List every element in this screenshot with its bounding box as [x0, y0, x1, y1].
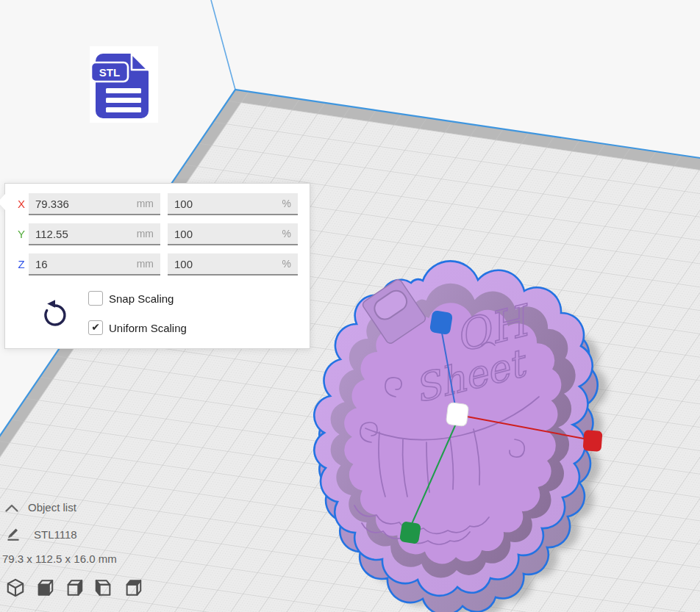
stl-file-icon: STL [90, 46, 158, 123]
chevron-up-icon [7, 505, 18, 511]
cube-front-icon [39, 580, 53, 595]
scale-tool-panel: X 79.336 mm 100 % Y 112.55 mm 100 % Z 16… [4, 183, 310, 349]
view-front-button[interactable] [35, 577, 54, 597]
scale-y-mm-value: 112.55 [35, 228, 68, 240]
scale-z-mm-unit: mm [137, 258, 154, 270]
object-list-item[interactable]: STL1118 [34, 528, 77, 541]
view-3d-button[interactable] [6, 577, 25, 597]
scale-y-percent-unit: % [282, 228, 291, 240]
scale-handle-center[interactable] [446, 402, 468, 426]
object-list-collapse-button[interactable] [4, 503, 19, 512]
scale-x-mm-input[interactable]: 79.336 mm [29, 193, 160, 215]
view-right-button[interactable] [65, 577, 84, 597]
axis-label-y: Y [15, 223, 28, 245]
snap-scaling-label: Snap Scaling [109, 292, 174, 306]
document-icon: STL [91, 54, 149, 118]
scale-z-mm-value: 16 [35, 258, 48, 270]
axis-label-z: Z [15, 253, 28, 276]
scale-z-percent-value: 100 [174, 258, 193, 270]
edit-object-button[interactable] [5, 525, 21, 541]
cube-3d-icon [8, 580, 23, 596]
scale-x-percent-unit: % [282, 198, 291, 209]
uniform-scaling-label: Uniform Scaling [109, 321, 187, 336]
object-list-header[interactable]: Object list [28, 501, 76, 514]
view-left-button[interactable] [94, 577, 113, 597]
cube-left-icon [96, 580, 110, 595]
z-axis-line [211, 0, 235, 90]
scale-z-percent-input[interactable]: 100 % [168, 253, 298, 276]
scale-x-percent-value: 100 [174, 198, 193, 210]
scale-y-mm-input[interactable]: 112.55 mm [29, 223, 160, 245]
scale-handle-y[interactable] [399, 521, 421, 544]
scale-y-percent-value: 100 [174, 228, 193, 240]
scale-y-mm-unit: mm [137, 228, 154, 240]
uniform-scaling-checkbox[interactable]: ✔ [88, 320, 103, 335]
scale-y-percent-input[interactable]: 100 % [168, 223, 298, 245]
cube-top-icon [127, 580, 141, 595]
stl-badge-label: STL [99, 66, 120, 79]
cube-right-icon [68, 580, 82, 595]
model-dimensions-readout: 79.3 x 112.5 x 16.0 mm [2, 552, 117, 565]
checkmark-icon: ✔ [91, 321, 100, 333]
reset-scale-button[interactable] [38, 298, 71, 331]
scale-x-mm-unit: mm [137, 198, 154, 209]
scale-z-percent-unit: % [282, 258, 291, 270]
scale-x-percent-input[interactable]: 100 % [168, 193, 298, 215]
snap-scaling-checkbox[interactable] [88, 291, 103, 306]
axis-label-x: X [15, 193, 28, 215]
panel-notch [0, 194, 5, 210]
scale-z-mm-input[interactable]: 16 mm [29, 253, 160, 276]
scale-handle-x[interactable] [583, 430, 603, 452]
scale-handle-z[interactable] [429, 310, 453, 335]
pencil-icon [8, 529, 19, 541]
view-top-button[interactable] [124, 577, 143, 597]
scale-x-mm-value: 79.336 [35, 198, 69, 210]
reset-icon [46, 300, 65, 325]
